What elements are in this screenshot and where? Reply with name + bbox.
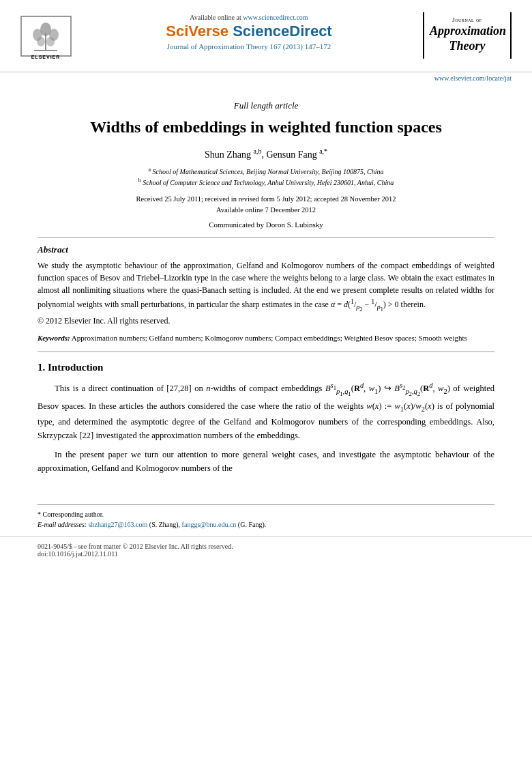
- abstract-text: We study the asymptotic behaviour of the…: [38, 259, 494, 327]
- section-1-paragraph-2: In the present paper we turn our attenti…: [38, 448, 494, 475]
- available-online-text: Available online at www.sciencedirect.co…: [82, 14, 416, 21]
- sciencedirect-url[interactable]: www.sciencedirect.com: [243, 14, 308, 21]
- footer-section: * Corresponding author. E-mail addresses…: [0, 504, 532, 530]
- header-center: Available online at www.sciencedirect.co…: [82, 12, 416, 51]
- affiliation-b: b School of Computer Science and Technol…: [38, 177, 494, 188]
- svg-point-5: [37, 37, 45, 46]
- email-note: E-mail addresses: shzhang27@163.com (S. …: [38, 519, 494, 530]
- journal-of-label: Journal of: [430, 16, 505, 25]
- doi-line: doi:10.1016/j.jat.2012.11.011: [38, 550, 494, 558]
- section-1-title: 1. Introduction: [38, 362, 494, 373]
- svg-point-6: [46, 37, 55, 46]
- dates: Received 25 July 2011; received in revis…: [38, 194, 494, 217]
- journal-website[interactable]: www.elsevier.com/locate/jat: [0, 72, 532, 85]
- approximation-label: Approximation: [430, 25, 505, 38]
- article-type: Full length article: [38, 100, 494, 111]
- sciverse-logo: SciVerse ScienceDirect: [82, 23, 416, 40]
- section-divider: [38, 352, 494, 352]
- email-fang[interactable]: fanggs@bnu.edu.cn: [182, 521, 237, 528]
- keywords: Keywords: Approximation numbers; Gelfand…: [38, 332, 494, 344]
- communicated: Communicated by Doron S. Lubinsky: [38, 220, 494, 229]
- section-1-paragraph-1: This is a direct continuation of [27,28]…: [38, 380, 494, 442]
- theory-label: Theory: [430, 38, 505, 55]
- journal-right-box: Journal of Approximation Theory: [423, 12, 512, 59]
- keywords-text: Approximation numbers; Gelfand numbers; …: [72, 334, 467, 342]
- footer-bottom: 0021-9045/$ - see front matter © 2012 El…: [0, 536, 532, 564]
- affiliations: a School of Mathematical Sciences, Beiji…: [38, 166, 494, 188]
- elsevier-logo: ELSEVIER: [20, 16, 75, 65]
- svg-text:ELSEVIER: ELSEVIER: [31, 55, 61, 59]
- footer-divider: [38, 504, 494, 505]
- main-content: Full length article Widths of embeddings…: [0, 85, 532, 494]
- corresponding-note: * Corresponding author.: [38, 509, 494, 519]
- affiliation-a: a School of Mathematical Sciences, Beiji…: [38, 166, 494, 177]
- authors: Shun Zhang a,b, Gensun Fang a,*: [38, 147, 494, 160]
- abstract-divider: [38, 237, 494, 238]
- elsevier-logo-svg: ELSEVIER: [20, 16, 72, 62]
- journal-line: Journal of Approximation Theory 167 (201…: [82, 42, 416, 51]
- abstract-title: Abstract: [38, 244, 494, 255]
- page: ELSEVIER Available online at www.science…: [0, 0, 532, 774]
- copyright-line: 0021-9045/$ - see front matter © 2012 El…: [38, 543, 494, 550]
- footer-note: * Corresponding author. E-mail addresses…: [38, 509, 494, 530]
- keywords-label: Keywords:: [38, 334, 70, 342]
- email-zhang[interactable]: shzhang27@163.com: [89, 521, 148, 528]
- abstract-section: Abstract We study the asymptotic behavio…: [38, 244, 494, 343]
- paper-title: Widths of embeddings in weighted functio…: [38, 117, 494, 138]
- header: ELSEVIER Available online at www.science…: [0, 0, 532, 72]
